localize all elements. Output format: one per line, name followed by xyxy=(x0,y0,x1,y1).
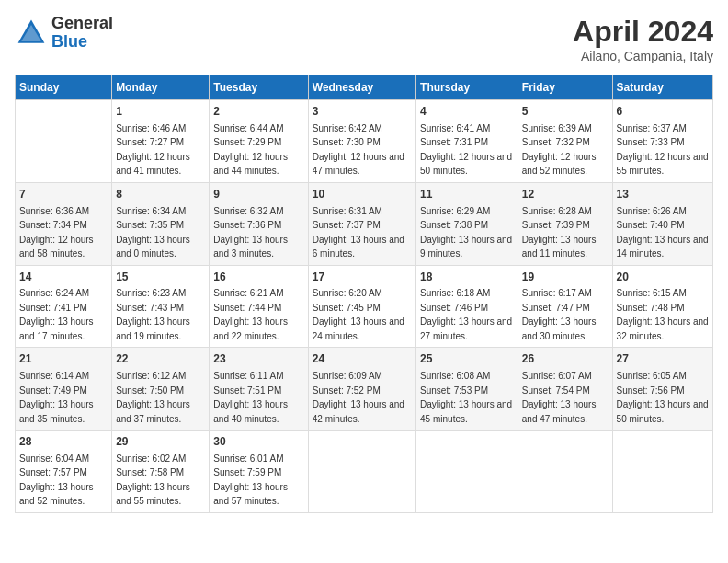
calendar-cell: 1Sunrise: 6:46 AMSunset: 7:27 PMDaylight… xyxy=(112,100,210,183)
cell-info: Sunrise: 6:04 AMSunset: 7:57 PMDaylight:… xyxy=(19,454,94,507)
cell-info: Sunrise: 6:15 AMSunset: 7:48 PMDaylight:… xyxy=(617,288,709,341)
calendar-cell: 27Sunrise: 6:05 AMSunset: 7:56 PMDayligh… xyxy=(612,348,712,431)
page-subtitle: Ailano, Campania, Italy xyxy=(573,49,713,63)
weekday-header: Sunday xyxy=(16,75,112,100)
day-number: 12 xyxy=(522,187,609,202)
calendar-cell: 13Sunrise: 6:26 AMSunset: 7:40 PMDayligh… xyxy=(612,182,712,265)
day-number: 3 xyxy=(313,104,412,120)
calendar-cell: 10Sunrise: 6:31 AMSunset: 7:37 PMDayligh… xyxy=(308,182,415,265)
calendar-cell: 14Sunrise: 6:24 AMSunset: 7:41 PMDayligh… xyxy=(16,265,112,348)
day-number: 7 xyxy=(19,187,108,202)
cell-info: Sunrise: 6:37 AMSunset: 7:33 PMDaylight:… xyxy=(617,123,709,177)
day-number: 27 xyxy=(617,351,709,367)
cell-info: Sunrise: 6:05 AMSunset: 7:56 PMDaylight:… xyxy=(617,371,709,424)
day-number: 24 xyxy=(313,351,412,367)
calendar-cell: 4Sunrise: 6:41 AMSunset: 7:31 PMDaylight… xyxy=(416,100,518,183)
weekday-header: Tuesday xyxy=(210,75,308,100)
cell-info: Sunrise: 6:44 AMSunset: 7:29 PMDaylight:… xyxy=(213,123,288,177)
cell-info: Sunrise: 6:20 AMSunset: 7:45 PMDaylight:… xyxy=(313,288,404,341)
cell-info: Sunrise: 6:02 AMSunset: 7:58 PMDaylight:… xyxy=(116,454,190,507)
weekday-header: Thursday xyxy=(416,75,518,100)
cell-info: Sunrise: 6:24 AMSunset: 7:41 PMDaylight:… xyxy=(19,288,94,341)
calendar-cell: 11Sunrise: 6:29 AMSunset: 7:38 PMDayligh… xyxy=(416,182,518,265)
day-number: 18 xyxy=(420,270,514,285)
cell-info: Sunrise: 6:36 AMSunset: 7:34 PMDaylight:… xyxy=(19,206,94,259)
calendar-cell: 20Sunrise: 6:15 AMSunset: 7:48 PMDayligh… xyxy=(612,265,712,348)
day-number: 23 xyxy=(213,351,303,367)
day-number: 5 xyxy=(522,104,609,120)
day-number: 15 xyxy=(116,270,205,285)
calendar-table: SundayMondayTuesdayWednesdayThursdayFrid… xyxy=(15,75,713,513)
cell-info: Sunrise: 6:09 AMSunset: 7:52 PMDaylight:… xyxy=(313,371,404,424)
day-number: 8 xyxy=(116,187,205,202)
cell-info: Sunrise: 6:42 AMSunset: 7:30 PMDaylight:… xyxy=(313,123,404,177)
calendar-cell xyxy=(518,431,612,513)
cell-info: Sunrise: 6:01 AMSunset: 7:59 PMDaylight:… xyxy=(213,454,288,507)
calendar-cell xyxy=(16,100,112,183)
calendar-cell xyxy=(308,431,415,513)
cell-info: Sunrise: 6:41 AMSunset: 7:31 PMDaylight:… xyxy=(420,123,512,177)
cell-info: Sunrise: 6:28 AMSunset: 7:39 PMDaylight:… xyxy=(522,206,597,259)
calendar-cell: 19Sunrise: 6:17 AMSunset: 7:47 PMDayligh… xyxy=(518,265,612,348)
day-number: 19 xyxy=(522,270,609,285)
calendar-cell: 26Sunrise: 6:07 AMSunset: 7:54 PMDayligh… xyxy=(518,348,612,431)
calendar-cell: 24Sunrise: 6:09 AMSunset: 7:52 PMDayligh… xyxy=(308,348,415,431)
logo: General Blue xyxy=(15,15,113,52)
calendar-cell: 28Sunrise: 6:04 AMSunset: 7:57 PMDayligh… xyxy=(16,431,112,513)
calendar-cell: 25Sunrise: 6:08 AMSunset: 7:53 PMDayligh… xyxy=(416,348,518,431)
calendar-cell: 9Sunrise: 6:32 AMSunset: 7:36 PMDaylight… xyxy=(210,182,308,265)
cell-info: Sunrise: 6:23 AMSunset: 7:43 PMDaylight:… xyxy=(116,288,190,341)
calendar-cell: 2Sunrise: 6:44 AMSunset: 7:29 PMDaylight… xyxy=(210,100,308,183)
calendar-cell: 15Sunrise: 6:23 AMSunset: 7:43 PMDayligh… xyxy=(112,265,210,348)
calendar-week-row: 1Sunrise: 6:46 AMSunset: 7:27 PMDaylight… xyxy=(16,100,713,183)
cell-info: Sunrise: 6:12 AMSunset: 7:50 PMDaylight:… xyxy=(116,371,190,424)
page-header: General Blue April 2024 Ailano, Campania… xyxy=(15,15,713,63)
day-number: 1 xyxy=(116,104,205,120)
calendar-cell: 29Sunrise: 6:02 AMSunset: 7:58 PMDayligh… xyxy=(112,431,210,513)
cell-info: Sunrise: 6:07 AMSunset: 7:54 PMDaylight:… xyxy=(522,371,597,424)
cell-info: Sunrise: 6:34 AMSunset: 7:35 PMDaylight:… xyxy=(116,206,190,259)
cell-info: Sunrise: 6:26 AMSunset: 7:40 PMDaylight:… xyxy=(617,206,709,259)
day-number: 26 xyxy=(522,351,609,367)
cell-info: Sunrise: 6:08 AMSunset: 7:53 PMDaylight:… xyxy=(420,371,512,424)
cell-info: Sunrise: 6:46 AMSunset: 7:27 PMDaylight:… xyxy=(116,123,190,177)
calendar-cell: 7Sunrise: 6:36 AMSunset: 7:34 PMDaylight… xyxy=(16,182,112,265)
cell-info: Sunrise: 6:29 AMSunset: 7:38 PMDaylight:… xyxy=(420,206,512,259)
logo-text: General Blue xyxy=(51,15,113,52)
calendar-cell: 30Sunrise: 6:01 AMSunset: 7:59 PMDayligh… xyxy=(210,431,308,513)
day-number: 20 xyxy=(617,270,709,285)
calendar-cell: 5Sunrise: 6:39 AMSunset: 7:32 PMDaylight… xyxy=(518,100,612,183)
calendar-cell: 21Sunrise: 6:14 AMSunset: 7:49 PMDayligh… xyxy=(16,348,112,431)
calendar-cell: 8Sunrise: 6:34 AMSunset: 7:35 PMDaylight… xyxy=(112,182,210,265)
title-block: April 2024 Ailano, Campania, Italy xyxy=(573,15,713,63)
weekday-header: Monday xyxy=(112,75,210,100)
logo-icon xyxy=(15,17,48,50)
cell-info: Sunrise: 6:21 AMSunset: 7:44 PMDaylight:… xyxy=(213,288,288,341)
day-number: 10 xyxy=(313,187,412,202)
day-number: 22 xyxy=(116,351,205,367)
calendar-week-row: 14Sunrise: 6:24 AMSunset: 7:41 PMDayligh… xyxy=(16,265,713,348)
calendar-cell: 18Sunrise: 6:18 AMSunset: 7:46 PMDayligh… xyxy=(416,265,518,348)
calendar-cell: 12Sunrise: 6:28 AMSunset: 7:39 PMDayligh… xyxy=(518,182,612,265)
day-number: 28 xyxy=(19,434,108,450)
cell-info: Sunrise: 6:11 AMSunset: 7:51 PMDaylight:… xyxy=(213,371,288,424)
day-number: 16 xyxy=(213,270,303,285)
day-number: 11 xyxy=(420,187,514,202)
calendar-cell xyxy=(612,431,712,513)
day-number: 13 xyxy=(617,187,709,202)
calendar-cell: 17Sunrise: 6:20 AMSunset: 7:45 PMDayligh… xyxy=(308,265,415,348)
day-number: 2 xyxy=(213,104,303,120)
page-title: April 2024 xyxy=(573,15,713,49)
calendar-cell: 6Sunrise: 6:37 AMSunset: 7:33 PMDaylight… xyxy=(612,100,712,183)
cell-info: Sunrise: 6:14 AMSunset: 7:49 PMDaylight:… xyxy=(19,371,94,424)
cell-info: Sunrise: 6:18 AMSunset: 7:46 PMDaylight:… xyxy=(420,288,512,341)
cell-info: Sunrise: 6:17 AMSunset: 7:47 PMDaylight:… xyxy=(522,288,597,341)
day-number: 17 xyxy=(313,270,412,285)
day-number: 30 xyxy=(213,434,303,450)
day-number: 9 xyxy=(213,187,303,202)
day-number: 29 xyxy=(116,434,205,450)
calendar-week-row: 7Sunrise: 6:36 AMSunset: 7:34 PMDaylight… xyxy=(16,182,713,265)
weekday-header: Saturday xyxy=(612,75,712,100)
calendar-week-row: 21Sunrise: 6:14 AMSunset: 7:49 PMDayligh… xyxy=(16,348,713,431)
day-number: 14 xyxy=(19,270,108,285)
